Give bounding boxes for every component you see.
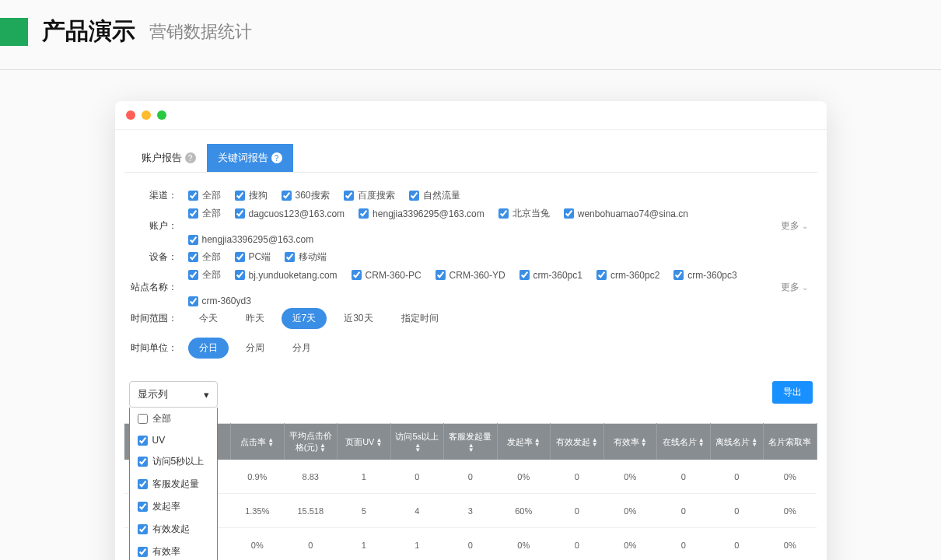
filter-option[interactable]: 全部 <box>188 189 221 202</box>
time-pill[interactable]: 分日 <box>188 338 229 359</box>
checkbox[interactable] <box>138 479 148 489</box>
filter-option[interactable]: CRM-360-YD <box>436 270 505 281</box>
export-button[interactable]: 导出 <box>772 381 813 404</box>
sort-icon[interactable]: ▲▼ <box>415 443 421 453</box>
checkbox[interactable] <box>235 191 245 201</box>
filter-option[interactable]: wenbohuamao74@sina.cn <box>564 208 688 219</box>
filter-option[interactable]: crm-360yd3 <box>188 296 251 306</box>
filter-option[interactable]: 搜狗 <box>235 189 268 202</box>
filter-option[interactable]: CRM-360-PC <box>352 270 422 281</box>
close-icon[interactable] <box>126 110 135 120</box>
time-pill[interactable]: 昨天 <box>235 308 275 329</box>
filter-option[interactable]: 百度搜索 <box>344 189 395 202</box>
checkbox[interactable] <box>188 270 198 280</box>
column-selector-button[interactable]: 显示列 ▾ <box>129 381 218 408</box>
checkbox[interactable] <box>188 296 198 306</box>
checkbox[interactable] <box>138 547 148 557</box>
checkbox[interactable] <box>596 270 607 280</box>
checkbox[interactable] <box>409 191 419 201</box>
table-row[interactable]: bj-云朵课堂0%01100%00%000% <box>124 528 817 561</box>
filter-option[interactable]: crm-360pc2 <box>596 270 659 281</box>
column-selector[interactable]: 显示列 ▾ 全部UV访问5秒以上客服发起量发起率有效发起有效率在线名片离线名片名… <box>129 381 218 408</box>
column-option[interactable]: 发起率 <box>130 495 217 518</box>
checkbox[interactable] <box>235 208 245 219</box>
sort-icon[interactable]: ▲▼ <box>320 443 326 453</box>
checkbox[interactable] <box>498 208 509 219</box>
time-pill[interactable]: 近30天 <box>333 308 383 329</box>
minimize-icon[interactable] <box>142 110 151 120</box>
time-pill[interactable]: 近7天 <box>282 308 327 329</box>
filter-option[interactable]: crm-360pc1 <box>519 270 582 281</box>
time-pill[interactable]: 分周 <box>235 338 275 359</box>
column-header[interactable]: 点击率▲▼ <box>231 424 285 460</box>
column-option[interactable]: 全部 <box>130 408 217 430</box>
column-header[interactable]: 离线名片▲▼ <box>710 424 764 460</box>
checkbox[interactable] <box>188 208 198 219</box>
checkbox[interactable] <box>519 270 530 280</box>
checkbox[interactable] <box>352 270 362 280</box>
sort-icon[interactable]: ▲▼ <box>468 443 474 453</box>
filter-option[interactable]: bj.yunduoketang.com <box>235 270 338 281</box>
checkbox[interactable] <box>188 252 198 262</box>
maximize-icon[interactable] <box>157 110 166 120</box>
sort-icon[interactable]: ▲▼ <box>268 438 274 447</box>
filter-option[interactable]: hengjia3396295@163.com <box>359 208 484 219</box>
checkbox[interactable] <box>285 252 295 262</box>
filter-option[interactable]: 自然流量 <box>409 189 460 202</box>
help-icon[interactable]: ? <box>185 152 196 163</box>
filter-option[interactable]: hengjia3396295@163.com <box>188 234 314 245</box>
checkbox[interactable] <box>188 191 198 201</box>
column-option[interactable]: 客服发起量 <box>130 473 217 495</box>
column-header[interactable]: 有效率▲▼ <box>603 424 657 460</box>
more-link[interactable]: 更多 ⌄ <box>781 219 813 233</box>
sort-icon[interactable]: ▲▼ <box>592 438 598 447</box>
filter-option[interactable]: dagcuos123@163.com <box>235 208 345 219</box>
column-header[interactable]: 访问5s以上▲▼ <box>390 424 444 460</box>
time-pill[interactable]: 指定时间 <box>390 308 450 329</box>
table-row[interactable]: bj-云朵课堂0.9%8.831000%00%000% <box>124 460 817 494</box>
column-option[interactable]: 访问5秒以上 <box>130 450 217 473</box>
checkbox[interactable] <box>344 191 354 201</box>
checkbox[interactable] <box>359 208 369 219</box>
column-header[interactable]: 平均点击价格(元)▲▼ <box>284 424 338 460</box>
filter-option[interactable]: 北京当兔 <box>498 207 550 220</box>
checkbox[interactable] <box>282 191 292 201</box>
tab-account-report[interactable]: 账户报告 ? <box>131 144 207 172</box>
checkbox[interactable] <box>235 252 245 262</box>
table-row[interactable]: bj-云朵课堂1.35%15.51854360%00%000% <box>124 494 817 528</box>
column-header[interactable]: 名片索取率 <box>764 424 817 460</box>
column-header[interactable]: 发起率▲▼ <box>497 424 551 460</box>
column-header[interactable]: 在线名片▲▼ <box>657 424 711 460</box>
checkbox[interactable] <box>138 414 148 424</box>
checkbox[interactable] <box>138 524 148 534</box>
sort-icon[interactable]: ▲▼ <box>698 438 705 447</box>
sort-icon[interactable]: ▲▼ <box>534 438 540 447</box>
column-header[interactable]: 客服发起量▲▼ <box>444 424 498 460</box>
filter-option[interactable]: 全部 <box>188 250 221 264</box>
column-option[interactable]: UV <box>130 430 217 450</box>
help-icon[interactable]: ? <box>271 152 282 163</box>
column-option[interactable]: 有效率 <box>130 541 217 560</box>
column-selector-panel[interactable]: 全部UV访问5秒以上客服发起量发起率有效发起有效率在线名片离线名片名片索取率有效… <box>129 408 218 560</box>
more-link[interactable]: 更多 ⌄ <box>781 281 813 294</box>
checkbox[interactable] <box>235 270 245 280</box>
time-pill[interactable]: 分月 <box>282 338 322 359</box>
filter-option[interactable]: PC端 <box>235 250 271 264</box>
checkbox[interactable] <box>138 457 148 467</box>
column-option[interactable]: 有效发起 <box>130 518 217 541</box>
sort-icon[interactable]: ▲▼ <box>376 438 382 447</box>
filter-option[interactable]: 全部 <box>188 268 221 282</box>
checkbox[interactable] <box>673 270 684 280</box>
checkbox[interactable] <box>138 436 148 446</box>
filter-option[interactable]: 360搜索 <box>282 189 330 202</box>
column-header[interactable]: 页面UV▲▼ <box>338 424 391 460</box>
checkbox[interactable] <box>188 235 198 245</box>
sort-icon[interactable]: ▲▼ <box>641 438 647 447</box>
filter-option[interactable]: crm-360pc3 <box>673 270 736 281</box>
filter-option[interactable]: 全部 <box>188 207 221 220</box>
sort-icon[interactable]: ▲▼ <box>751 438 757 447</box>
checkbox[interactable] <box>138 502 148 512</box>
column-header[interactable]: 有效发起▲▼ <box>551 424 604 460</box>
checkbox[interactable] <box>564 208 574 219</box>
tab-keyword-report[interactable]: 关键词报告 ? <box>207 144 293 172</box>
